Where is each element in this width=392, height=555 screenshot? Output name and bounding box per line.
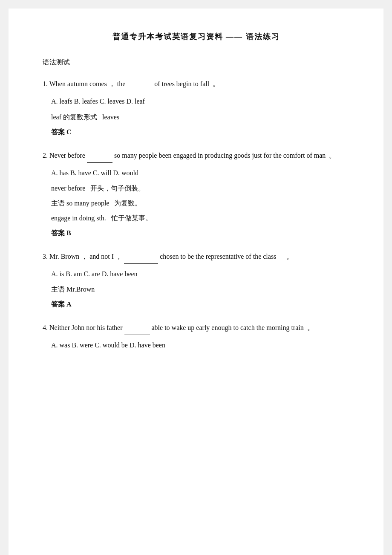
q3-period: 。	[280, 253, 293, 260]
q1-period: 。	[213, 80, 219, 87]
q2-explanation-1: never before 开头，句子倒装。	[51, 182, 349, 195]
q1-explanation-1: leaf 的复数形式 leaves	[51, 111, 349, 124]
question-3: 3. Mr. Brown ， and not I ， chosen to be …	[43, 250, 349, 311]
q1-text-after: of trees begin to fall	[154, 80, 209, 87]
question-1: 1. When autumn comes ， the of trees begi…	[43, 77, 349, 138]
question-4: 4. Neither John nor his father able to w…	[43, 321, 349, 352]
q3-blank	[124, 250, 158, 264]
q3-text-part2: chosen to be the representative of the c…	[160, 253, 276, 260]
question-4-text: 4. Neither John nor his father able to w…	[43, 321, 349, 335]
q2-period: 。	[329, 152, 336, 159]
q2-text-part2: so many people been engaged in producing…	[114, 152, 326, 159]
q1-text-before: 1. When autumn comes ， the	[43, 80, 125, 87]
question-2: 2. Never before so many people been enga…	[43, 149, 349, 240]
q4-text-part2: able to wake up early enough to catch th…	[152, 324, 304, 331]
q1-blank	[127, 77, 153, 91]
q4-blank	[124, 321, 150, 335]
q1-options: A. leafs B. leafes C. leaves D. leaf	[51, 95, 349, 108]
q2-blank	[87, 149, 112, 163]
q4-text-part1: 4. Neither John nor his father	[43, 324, 123, 331]
q3-explanation-1: 主语 Mr.Brown	[51, 283, 349, 296]
q3-options: A. is B. am C. are D. have been	[51, 268, 349, 280]
section-title: 语法测试	[43, 56, 349, 69]
q3-text-part1: 3. Mr. Brown ， and not I ，	[43, 253, 122, 260]
q2-text-part1: 2. Never before	[43, 152, 85, 159]
question-2-text: 2. Never before so many people been enga…	[43, 149, 349, 163]
q2-options: A. has B. have C. will D. would	[51, 167, 349, 179]
q4-period: 。	[307, 324, 314, 331]
question-3-text: 3. Mr. Brown ， and not I ， chosen to be …	[43, 250, 349, 264]
q2-explanation-2: 主语 so many people 为复数。	[51, 197, 349, 210]
question-1-text: 1. When autumn comes ， the of trees begi…	[43, 77, 349, 91]
q4-options: A. was B. were C. would be D. have been	[51, 339, 349, 352]
page-title: 普通专升本考试英语复习资料 —— 语法练习	[43, 30, 349, 43]
q1-answer: 答案 C	[51, 126, 349, 139]
q3-answer: 答案 A	[51, 298, 349, 311]
main-page: 普通专升本考试英语复习资料 —— 语法练习 语法测试 1. When autum…	[9, 9, 383, 555]
q2-explanation-3: engage in doing sth. 忙于做某事。	[51, 212, 349, 225]
q2-answer: 答案 B	[51, 227, 349, 240]
